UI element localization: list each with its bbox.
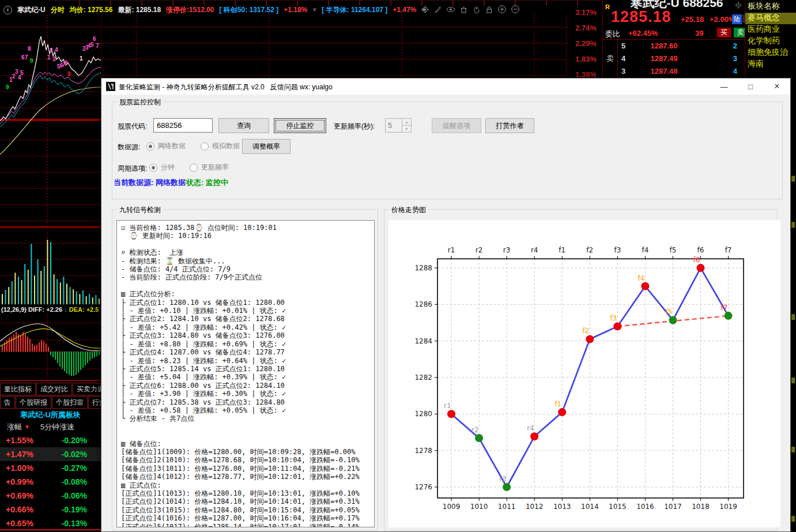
lock-icon[interactable] (485, 5, 493, 14)
trash-icon[interactable] (459, 5, 468, 14)
svg-text:1286: 1286 (414, 300, 432, 308)
maximize-button[interactable]: □ (737, 78, 764, 95)
adjust-probability-button[interactable]: 调整概率 (242, 139, 291, 154)
percent-axis-labels: 3.17%2.74%2.29%1.83%1.38% (575, 8, 602, 86)
index-tag-semiconductor[interactable]: [ 半导体: 11264.107 ] (322, 5, 387, 15)
remind-options-button[interactable]: 提醒选项 (432, 118, 481, 133)
current-source-status: 当前数据源: 网络数据 (114, 178, 186, 188)
radio-option[interactable]: 分钟 (149, 163, 175, 172)
data-source-label: 数据源: (118, 142, 140, 152)
dialog-titlebar[interactable]: 量化策略监测 - 神奇九转策略分析提醒工具 v2.0 反馈问题 wx: yual… (101, 78, 790, 95)
stop-monitor-button[interactable]: 停止监控 (274, 118, 326, 133)
axis-percent-label: 2.29% (575, 39, 602, 55)
indicator-tab[interactable]: 成交对比 (36, 383, 72, 395)
ask-price: 1287.49 (618, 54, 710, 63)
signal-group: 九转信号检测 ☑ 当前价格: 1285.38⌚ 点位时间: 10:19:01 ⌚… (112, 209, 378, 531)
indicator-tab[interactable]: 行业 (88, 396, 101, 409)
stock-code-input[interactable] (153, 118, 213, 133)
signal-log-area[interactable]: ☑ 当前价格: 1285.38⌚ 点位时间: 10:19:01 ⌚ 更新时间: … (116, 220, 375, 527)
board-list-item[interactable]: 细胞免疫治 (745, 47, 796, 59)
monitor-dialog-window: 量化策略监测 - 神奇九转策略分析提醒工具 v2.0 反馈问题 wx: yual… (101, 78, 791, 532)
screen: i 寒武纪-U 分时 均价: 1275.56 最新: 1285.18 涨停价:1… (0, 0, 796, 532)
svg-text:1017: 1017 (664, 503, 682, 511)
svg-text:f7: f7 (721, 304, 728, 312)
board-list-title: 板块名称 (745, 0, 796, 13)
svg-text:1011: 1011 (498, 503, 516, 511)
macd-chart (0, 315, 101, 382)
board-list: 赛马概念医药商业化学制药细胞免疫治海南 (745, 13, 796, 70)
spinner-down-icon[interactable]: ▼ (402, 126, 411, 132)
svg-text:r3: r3 (499, 475, 507, 483)
app-icon (106, 82, 115, 93)
svg-text:f3: f3 (614, 246, 621, 254)
col-chg[interactable]: 涨幅 (7, 422, 22, 432)
quote-gear-icon[interactable] (734, 1, 742, 12)
spinner-up-icon[interactable]: ▲ (402, 119, 411, 126)
freq-spinner[interactable]: 5 ▲ ▼ (385, 118, 412, 133)
board-row[interactable]: +0.65% -0.13% (0, 516, 101, 530)
board-list-item[interactable]: 化学制药 (745, 36, 796, 47)
bottom-strip (0, 529, 101, 532)
indicator-tab[interactable]: 买卖力道 (73, 383, 101, 395)
ask-row[interactable]: 3 1287.48 4 (618, 65, 745, 78)
index-tag-kc50[interactable]: [ 科创50: 1317.52 ] (219, 5, 278, 15)
board-row[interactable]: +0.66% -0.19% (0, 503, 101, 516)
period-label: 周期选项: (118, 164, 147, 173)
board-list-item[interactable]: 赛马概念 (745, 13, 796, 24)
index-semiconductor-change: +1.47% (393, 6, 416, 14)
last-price: 最新: 1285.18 (118, 5, 161, 15)
zoom-out-icon[interactable] (511, 5, 520, 14)
group-title: 股票监控控制 (117, 97, 163, 107)
board-row[interactable]: +1.00% -0.27% (0, 461, 101, 475)
buy-button[interactable]: 买 (717, 28, 731, 37)
freq-label: 更新频率(秒): (334, 122, 375, 131)
radio-option[interactable]: 更新频率 (190, 163, 229, 172)
svg-text:1016: 1016 (636, 503, 654, 511)
hand-icon[interactable] (472, 5, 481, 14)
indicator-tab[interactable]: 量比指标 (0, 383, 36, 395)
ask-qty: 2 (733, 41, 737, 50)
radio-option[interactable]: 模拟数据 (201, 141, 240, 151)
close-tag-icon[interactable]: × (312, 6, 316, 14)
donate-button[interactable]: 打赏作者 (485, 118, 534, 133)
indicator-tab[interactable]: 个股扫雷 (52, 396, 88, 409)
col-speed[interactable]: 5分钟涨速 (40, 422, 74, 432)
ask-row[interactable]: 4 1287.49 3 (618, 52, 745, 65)
indicator-tab[interactable]: 个股研报 (16, 396, 51, 409)
board-change: +0.65% (6, 519, 33, 528)
minimize-button[interactable]: — (711, 78, 737, 95)
board-list-item[interactable]: 医药商业 (745, 24, 796, 36)
close-button[interactable]: × (764, 78, 790, 95)
zoom-in-icon[interactable] (497, 5, 507, 14)
svg-text:1018: 1018 (692, 503, 710, 511)
sort-down-icon: ▼ (24, 424, 30, 430)
ask-queue: 5 1287.60 2 4 1287.49 3 3 1287.48 4 (618, 40, 745, 78)
r-badge: R (605, 3, 610, 10)
ask-price: 1287.60 (618, 41, 710, 50)
board-list-item[interactable]: 海南 (745, 59, 796, 70)
board-row[interactable]: +0.69% -0.06% (0, 489, 101, 503)
board-list-panel: 板块名称 赛马概念医药商业化学制药细胞免疫治海南 (745, 0, 796, 78)
board-change: +0.66% (6, 505, 33, 514)
quote-price: 1285.18 (611, 8, 671, 26)
gear-icon[interactable] (421, 5, 429, 14)
query-button[interactable]: 查询 (218, 118, 269, 133)
weibi-label: 委比 (605, 29, 620, 39)
period-radios: 分钟 更新频率 (149, 163, 229, 172)
board-row[interactable]: +0.99% -0.08% (0, 475, 101, 489)
radio-option[interactable]: 网络数据 (146, 141, 186, 151)
left-chart-strip: 91234567891234567891234567 (12,26,9) DIF… (0, 14, 101, 532)
board-row[interactable]: +1.55% -0.20% (0, 433, 101, 447)
pen-icon[interactable] (433, 5, 442, 14)
svg-text:1282: 1282 (414, 373, 432, 382)
ask-row[interactable]: 5 1287.60 2 (618, 40, 745, 52)
sell-button[interactable]: 卖 (734, 28, 745, 37)
svg-text:1278: 1278 (414, 447, 432, 455)
svg-text:1288: 1288 (414, 264, 432, 272)
info-icon: i (3, 6, 12, 14)
radio-label: 更新频率 (201, 163, 229, 172)
chart-toolbar (421, 4, 525, 14)
indicator-tab[interactable]: 告 (0, 396, 15, 409)
eye-icon[interactable] (446, 5, 455, 14)
board-row[interactable]: +1.47% -0.02% (0, 447, 101, 461)
